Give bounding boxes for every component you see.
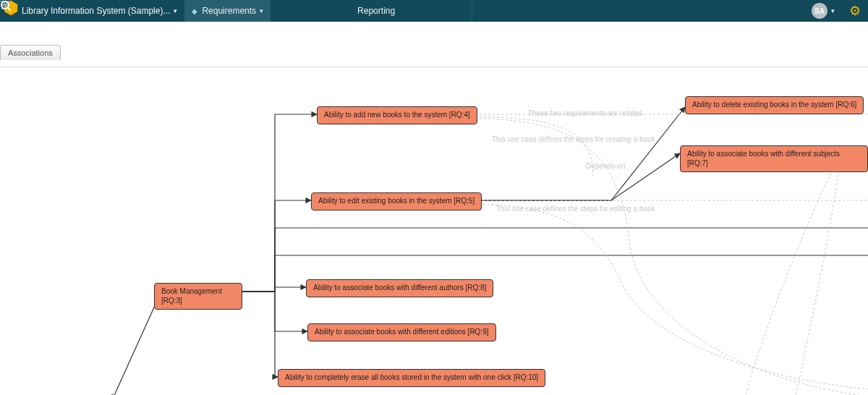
avatar: SA [812, 3, 827, 19]
nav-tab-label: Requirements [202, 6, 256, 16]
caret-down-icon: ▾ [174, 7, 177, 14]
association-diagram[interactable]: Book Management [RQ:3] Ability to add ne… [0, 67, 868, 395]
nav-tab-requirements[interactable]: ◆ Requirements ▾ [184, 0, 271, 22]
project-selector[interactable]: Library Information System (Sample)... ▾ [14, 0, 184, 22]
caret-down-icon: ▾ [831, 7, 835, 14]
edge-label-edit: This use case defines the steps for edit… [496, 205, 655, 213]
toolbar-icon-2[interactable] [437, 0, 472, 22]
project-name: Library Information System (Sample)... [22, 6, 170, 16]
tab-label: Associations [8, 48, 53, 57]
diamond-icon: ◆ [192, 7, 197, 15]
node-rq8[interactable]: Ability to associate books with differen… [306, 279, 493, 297]
toolbar-icon-1[interactable] [402, 0, 437, 22]
node-rq5[interactable]: Ability to edit existing books in the sy… [311, 192, 482, 211]
node-rq6[interactable]: Ability to delete existing books in the … [685, 96, 864, 114]
node-rq10[interactable]: Ability to completely erase all books st… [278, 369, 545, 387]
edge-label-depends: Depends-on [586, 162, 625, 170]
node-rq7[interactable]: Ability to associate books with differen… [680, 145, 868, 172]
node-rq4[interactable]: Ability to add new books to the system [… [317, 106, 477, 124]
svg-line-3 [8, 8, 11, 11]
sub-toolbar: Associations [0, 22, 868, 61]
caret-down-icon: ▾ [260, 7, 263, 14]
edge-label-create: This use case defines the steps for crea… [492, 135, 655, 143]
search-icon [0, 0, 12, 12]
node-rq9[interactable]: Ability to associate books with differen… [307, 323, 496, 341]
user-menu[interactable]: SA ▾ [804, 0, 842, 22]
nav-tab-label: Reporting [357, 6, 395, 16]
settings-button[interactable]: ⚙ [842, 0, 868, 22]
edge-label-related: These two requirements are related [528, 109, 642, 117]
nav-tab-reporting[interactable]: Reporting [350, 0, 402, 22]
gear-icon: ⚙ [849, 3, 861, 19]
svg-point-2 [1, 1, 9, 9]
tab-associations[interactable]: Associations [0, 45, 61, 60]
node-rq3[interactable]: Book Management [RQ:3] [154, 283, 242, 310]
search-button[interactable] [472, 0, 507, 22]
top-nav: Library Information System (Sample)... ▾… [0, 0, 868, 22]
